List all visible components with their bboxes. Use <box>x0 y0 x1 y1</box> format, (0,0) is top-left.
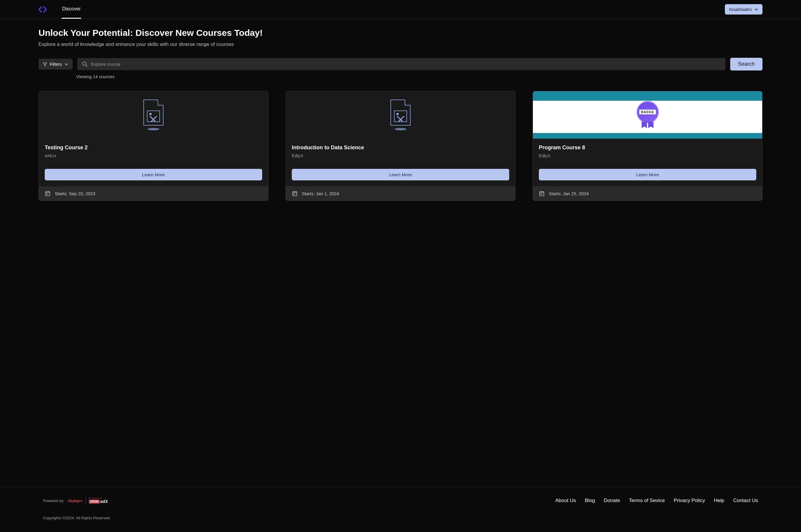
course-card: BADGE Program Course 8 EdlyX Learn More <box>533 91 762 201</box>
card-footer: Starts: Jan 1, 2024 <box>286 186 515 201</box>
open-label: OPEN <box>89 500 99 504</box>
tutor-logo[interactable]: <tutor> <box>67 498 83 503</box>
page-title: Unlock Your Potential: Discover New Cour… <box>39 28 762 38</box>
course-card: Testing Course 2 ANUx Learn More Starts:… <box>39 91 268 201</box>
footer: Powered by: <tutor> POWERED BY OPEN edX … <box>0 487 801 532</box>
logo-icon <box>39 6 47 13</box>
footer-link-help[interactable]: Help <box>714 498 724 504</box>
svg-rect-12 <box>540 192 544 196</box>
svg-rect-7 <box>293 192 297 196</box>
logo[interactable] <box>39 6 47 13</box>
calendar-icon <box>539 190 545 196</box>
svg-rect-2 <box>45 192 50 196</box>
card-image-placeholder <box>39 91 268 139</box>
filter-icon <box>43 62 47 66</box>
filters-button[interactable]: Filters <box>39 59 73 70</box>
card-image-placeholder <box>286 91 515 139</box>
app-header: Discover hinakhadim <box>0 0 801 19</box>
course-title: Program Course 8 <box>539 145 756 151</box>
card-body: Testing Course 2 ANUx Learn More <box>39 139 268 186</box>
search-input-wrapper <box>77 58 725 70</box>
shadow-decoration <box>395 128 406 130</box>
svg-rect-16 <box>541 194 541 195</box>
footer-link-privacy[interactable]: Privacy Policy <box>674 498 705 504</box>
chevron-down-icon <box>64 62 69 66</box>
calendar-icon <box>292 190 298 196</box>
copyright: Copyrights ©2024. All Rights Reserved. <box>43 516 758 520</box>
filters-label: Filters <box>50 62 62 66</box>
start-date: Starts: Jan 25, 2024 <box>549 191 589 196</box>
svg-rect-11 <box>293 194 294 195</box>
chevron-down-icon <box>754 7 758 12</box>
edx-label: edX <box>100 499 108 504</box>
start-date: Starts: Jan 1, 2024 <box>302 191 339 196</box>
badge-icon: BADGE <box>636 101 660 129</box>
card-body: Introduction to Data Science EdlyX Learn… <box>286 139 515 186</box>
course-provider: EdlyX <box>292 153 509 158</box>
image-placeholder-icon <box>390 99 411 126</box>
footer-links: About Us Blog Donate Terms of Sevice Pri… <box>555 498 758 504</box>
svg-line-1 <box>86 65 88 66</box>
course-provider: EdlyX <box>539 153 756 158</box>
card-image-badge: BADGE <box>533 91 762 139</box>
user-dropdown[interactable]: hinakhadim <box>725 4 762 15</box>
footer-link-about[interactable]: About Us <box>555 498 576 504</box>
learn-more-button[interactable]: Learn More <box>292 169 509 180</box>
card-footer: Starts: Sep 20, 2023 <box>39 186 268 201</box>
learn-more-button[interactable]: Learn More <box>539 169 756 180</box>
username-label: hinakhadim <box>729 7 752 12</box>
footer-link-contact[interactable]: Contact Us <box>733 498 758 504</box>
footer-link-terms[interactable]: Terms of Sevice <box>629 498 665 504</box>
results-count: Viewing 14 courses <box>76 74 762 79</box>
learn-more-button[interactable]: Learn More <box>45 169 262 180</box>
image-placeholder-icon <box>144 99 164 126</box>
powered-by-label: Powered by: <box>43 498 64 503</box>
divider <box>85 497 86 504</box>
course-title: Introduction to Data Science <box>292 145 509 151</box>
nav-tab-label: Discover <box>62 6 80 12</box>
footer-link-donate[interactable]: Donate <box>604 498 620 504</box>
cards-grid: Testing Course 2 ANUx Learn More Starts:… <box>39 91 762 201</box>
badge-label: BADGE <box>639 110 656 114</box>
page-subtitle: Explore a world of knowledge and enhance… <box>39 41 762 48</box>
search-input[interactable] <box>88 58 721 70</box>
calendar-icon <box>45 190 51 196</box>
nav-tab-discover[interactable]: Discover <box>62 0 81 19</box>
svg-rect-6 <box>46 194 47 195</box>
search-icon <box>82 61 88 67</box>
card-body: Program Course 8 EdlyX Learn More <box>533 139 762 186</box>
search-row: Filters Search <box>39 58 762 71</box>
openedx-logo[interactable]: POWERED BY OPEN edX <box>89 497 108 504</box>
course-provider: ANUx <box>45 153 262 158</box>
footer-left: Powered by: <tutor> POWERED BY OPEN edX <box>43 497 108 504</box>
search-button[interactable]: Search <box>730 58 762 71</box>
course-title: Testing Course 2 <box>45 145 262 151</box>
start-date: Starts: Sep 20, 2023 <box>55 191 95 196</box>
course-card: Introduction to Data Science EdlyX Learn… <box>286 91 515 201</box>
header-left: Discover <box>39 0 81 19</box>
shadow-decoration <box>148 128 159 130</box>
main-content: Unlock Your Potential: Discover New Cour… <box>0 19 801 469</box>
footer-link-blog[interactable]: Blog <box>585 498 595 504</box>
svg-point-0 <box>83 62 86 65</box>
card-footer: Starts: Jan 25, 2024 <box>533 186 762 201</box>
footer-top: Powered by: <tutor> POWERED BY OPEN edX … <box>43 497 758 504</box>
